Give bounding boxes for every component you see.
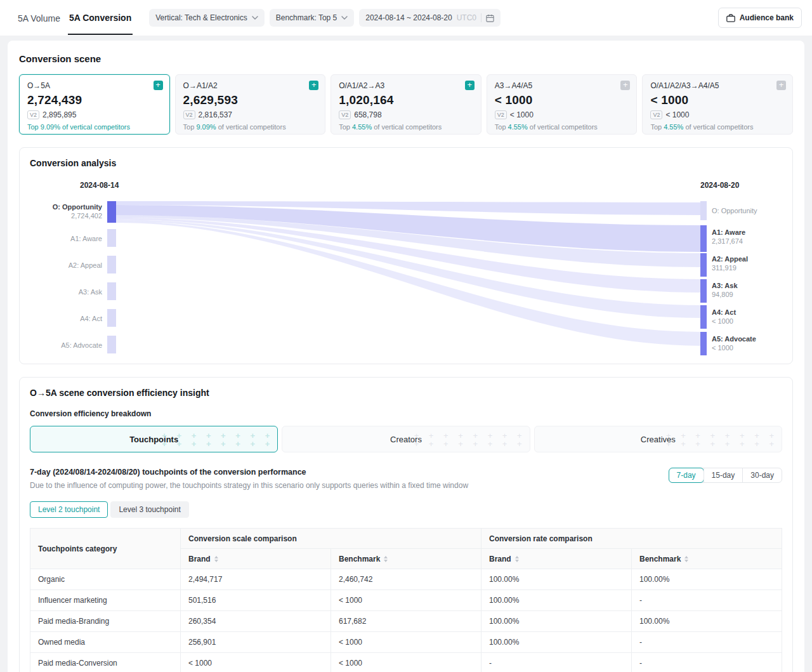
sort-icon[interactable] — [515, 556, 519, 562]
sankey-date-left: 2024-08-14 — [80, 181, 119, 190]
level-2-touchpoint-button[interactable]: Level 2 touchpoint — [30, 501, 108, 518]
rank-line: Top 4.55% of vertical competitors — [495, 123, 629, 131]
cell-rate-benchmark: - — [632, 653, 782, 672]
sort-icon[interactable] — [214, 556, 218, 562]
performance-title: 7-day (2024/08/14-2024/08/20) touchpoint… — [30, 468, 468, 477]
node-left-a1 — [107, 229, 116, 247]
node-left-a5 — [107, 336, 116, 353]
sankey-label-right-a4: A4: Act < 1000 — [712, 308, 736, 326]
day-option-15[interactable]: 15-day — [704, 468, 743, 482]
day-range-selector: 7-day 15-day 30-day — [669, 468, 782, 483]
cell-rate-benchmark: 100.00% — [632, 569, 782, 590]
benchmark-filter[interactable]: Benchmark: Top 5 — [270, 9, 355, 27]
add-scene-icon[interactable]: + — [465, 81, 475, 90]
v2-badge: V2 — [27, 110, 39, 119]
tab-5a-conversion[interactable]: 5A Conversion — [68, 1, 133, 35]
tab-5a-volume[interactable]: 5A Volume — [16, 1, 62, 34]
col-header-rate-benchmark: Benchmark — [632, 549, 782, 569]
cell-scale-benchmark: 617,682 — [331, 611, 481, 632]
node-left-o — [107, 201, 116, 223]
tab-touchpoints[interactable]: Touchpoints — [30, 426, 278, 452]
conversion-analysis-title: Conversion analysis — [30, 158, 782, 168]
add-scene-icon[interactable]: + — [309, 81, 318, 90]
v2-value: 2,816,537 — [199, 110, 232, 119]
date-range-filter[interactable]: 2024-08-14 ~ 2024-08-20 UTC0 — [359, 9, 501, 27]
vertical-filter[interactable]: Vertical: Tech & Electronics — [149, 9, 265, 27]
insight-title: O→5A scene conversion efficiency insight — [30, 388, 782, 398]
node-left-a2 — [107, 256, 116, 273]
cell-category: Paid media-Branding — [30, 611, 181, 632]
day-option-7[interactable]: 7-day — [669, 468, 704, 483]
conversion-scene-title: Conversion scene — [19, 53, 793, 64]
cell-scale-brand: 501,516 — [181, 590, 331, 611]
filter-pills: Vertical: Tech & Electronics Benchmark: … — [149, 9, 501, 27]
insight-subtitle: Conversion efficiency breakdown — [30, 409, 782, 418]
cell-rate-brand: 100.00% — [481, 632, 632, 653]
cell-rate-benchmark: 100.00% — [632, 611, 782, 632]
add-scene-icon[interactable]: + — [620, 81, 630, 90]
tab-creatives[interactable]: Creatives — [534, 426, 782, 452]
sankey-label-left-a3: A3: Ask — [20, 287, 102, 296]
node-right-a3 — [700, 279, 707, 303]
scene-card-label: O→A1/A2 — [183, 81, 318, 90]
chevron-down-icon — [252, 16, 258, 20]
cell-scale-brand: 256,901 — [181, 632, 331, 653]
cell-category: Organic — [30, 569, 181, 590]
sankey-label-right-a3: A3: Ask 94,809 — [712, 281, 738, 299]
scene-card-full-funnel[interactable]: O/A1/A2/A3→A4/A5 + < 1000 V2 < 1000 Top … — [642, 74, 793, 135]
performance-note: Due to the influence of computing power,… — [30, 481, 468, 490]
efficiency-insight-panel: O→5A scene conversion efficiency insight… — [19, 377, 793, 672]
audience-bank-button[interactable]: Audience bank — [718, 8, 802, 28]
rank-line: Top 4.55% of vertical competitors — [339, 123, 473, 131]
col-header-category: Touchpoints category — [30, 529, 181, 569]
divider — [481, 13, 481, 22]
col-header-rate-brand: Brand — [481, 549, 632, 569]
sort-icon[interactable] — [684, 556, 688, 562]
sankey-label-left-a1: A1: Aware — [20, 234, 102, 243]
sankey-label-right-a2: A2: Appeal 311,919 — [712, 254, 748, 272]
scene-card-label: O/A1/A2→A3 — [339, 81, 473, 90]
sankey-svg — [20, 196, 794, 361]
sort-icon[interactable] — [384, 556, 388, 562]
sankey-label-left-a5: A5: Advocate — [20, 341, 102, 350]
v2-badge: V2 — [339, 110, 351, 119]
cell-rate-brand: - — [481, 653, 632, 672]
table-row: Owned media 256,901 < 1000 100.00% - — [30, 632, 782, 653]
add-scene-icon[interactable]: + — [776, 81, 786, 90]
col-header-scale-benchmark: Benchmark — [331, 549, 481, 569]
sankey-label-left-a2: A2: Appeal — [20, 261, 102, 270]
sankey-label-right-a5: A5: Advocate < 1000 — [712, 334, 756, 352]
v2-value: 2,895,895 — [43, 110, 76, 119]
scene-card-value: < 1000 — [650, 93, 785, 107]
calendar-icon[interactable] — [486, 14, 494, 22]
node-left-a3 — [107, 282, 116, 300]
table-row: Paid media-Branding 260,354 617,682 100.… — [30, 611, 782, 632]
plus-pattern-decoration — [414, 432, 526, 448]
table-row: Organic 2,494,717 2,460,742 100.00% 100.… — [30, 569, 782, 590]
date-range-label: 2024-08-14 ~ 2024-08-20 — [365, 13, 452, 22]
rank-line: Top 9.09% of vertical competitors — [183, 123, 318, 131]
day-option-30[interactable]: 30-day — [742, 468, 782, 482]
scene-card-o-a1a2[interactable]: O→A1/A2 + 2,629,593 V2 2,816,537 Top 9.0… — [175, 74, 326, 135]
scene-card-o-5a[interactable]: O→5A + 2,724,439 V2 2,895,895 Top 9.09% … — [19, 74, 170, 135]
v2-value: 658,798 — [354, 110, 381, 119]
cell-scale-brand: 2,494,717 — [181, 569, 331, 590]
scene-card-value: 1,020,164 — [339, 93, 473, 107]
sankey-label-right-o: O: Opportunity — [712, 206, 757, 215]
cell-rate-benchmark: - — [632, 590, 782, 611]
top-bar: 5A Volume 5A Conversion Vertical: Tech &… — [0, 0, 812, 36]
cell-rate-brand: 100.00% — [481, 590, 632, 611]
sankey-chart: O: Opportunity 2,724,402 A1: Aware A2: A… — [20, 196, 794, 361]
col-group-scale: Conversion scale comparison — [181, 529, 481, 549]
node-right-a1 — [700, 225, 707, 252]
node-right-a4 — [700, 305, 707, 329]
col-group-rate: Conversion rate comparison — [481, 529, 782, 549]
tab-creators[interactable]: Creators — [282, 426, 530, 452]
cell-scale-benchmark: < 1000 — [331, 590, 481, 611]
sankey-label-left-o: O: Opportunity 2,724,402 — [20, 202, 102, 220]
level-3-touchpoint-button[interactable]: Level 3 touchpoint — [110, 501, 188, 518]
scene-card-oa1a2-a3[interactable]: O/A1/A2→A3 + 1,020,164 V2 658,798 Top 4.… — [331, 74, 481, 135]
add-scene-icon[interactable]: + — [154, 81, 163, 90]
scene-card-label: A3→A4/A5 — [495, 81, 629, 90]
scene-card-a3-a4a5[interactable]: A3→A4/A5 + < 1000 V2 < 1000 Top 4.55% of… — [487, 74, 638, 135]
